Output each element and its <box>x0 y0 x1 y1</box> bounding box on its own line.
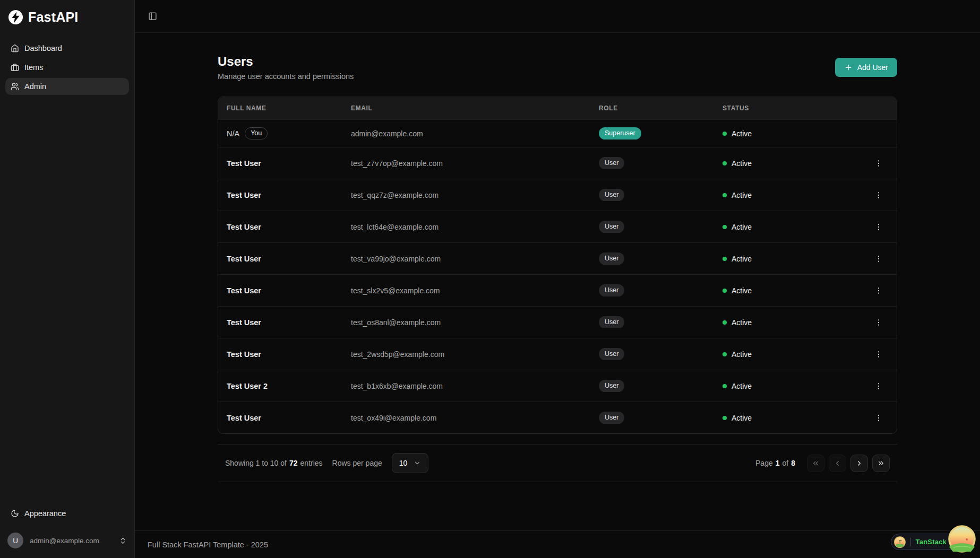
role-badge: User <box>599 412 624 424</box>
row-actions-button[interactable] <box>871 283 886 298</box>
divider <box>910 538 911 546</box>
status-dot <box>723 320 727 325</box>
table-row: Test User test_slx2v5@example.com User A… <box>218 274 897 306</box>
table-row: Test User 2 test_b1x6xb@example.com User… <box>218 370 897 402</box>
table-row: Test User test_va99jo@example.com User A… <box>218 242 897 274</box>
status-dot <box>723 132 727 136</box>
column-header-full-name: Full Name <box>218 104 351 112</box>
footer-text: Full Stack FastAPI Template - 2025 <box>148 540 268 549</box>
user-email-cell: test_qqz7z@example.com <box>351 191 439 199</box>
avatar: U <box>7 533 23 548</box>
row-actions-button[interactable] <box>871 251 886 266</box>
role-badge: User <box>599 189 624 201</box>
page-title: Users <box>218 54 354 69</box>
row-actions-button[interactable] <box>871 156 886 171</box>
plus-icon <box>844 63 853 72</box>
role-badge: Superuser <box>599 127 641 140</box>
column-header-role: Role <box>599 104 723 112</box>
status-cell: Active <box>723 159 855 168</box>
column-header-status: Status <box>723 104 855 112</box>
row-actions-button[interactable] <box>871 379 886 394</box>
user-name: Test User <box>227 255 261 263</box>
page-subtitle: Manage user accounts and permissions <box>218 72 354 81</box>
user-name: Test User 2 <box>227 382 268 390</box>
ellipsis-vertical-icon <box>874 318 883 327</box>
add-user-button[interactable]: Add User <box>835 58 897 77</box>
row-actions-button[interactable] <box>871 411 886 425</box>
status-dot <box>723 193 727 197</box>
tanstack-small-logo-icon <box>894 536 906 548</box>
user-email-cell: test_os8anl@example.com <box>351 318 441 327</box>
sidebar-item-label: Dashboard <box>24 44 62 53</box>
app-logo[interactable]: FastAPI <box>5 8 129 25</box>
chevron-left-icon <box>833 459 841 467</box>
ellipsis-vertical-icon <box>874 286 883 295</box>
table-header-row: Full Name Email Role Status <box>218 97 897 119</box>
status-cell: Active <box>723 129 855 138</box>
status-dot <box>723 416 727 420</box>
status-cell: Active <box>723 318 855 327</box>
rows-per-page-label: Rows per page <box>332 459 382 467</box>
row-actions-button[interactable] <box>871 347 886 362</box>
chevrons-right-icon <box>877 459 885 467</box>
status-dot <box>723 257 727 261</box>
chevron-right-icon <box>855 459 863 467</box>
previous-page-button[interactable] <box>829 455 846 472</box>
user-email-cell: test_va99jo@example.com <box>351 255 441 263</box>
showing-entries-text: Showing 1 to 10 of 72 entries <box>225 459 323 467</box>
panel-left-icon <box>148 12 157 21</box>
row-actions-button[interactable] <box>871 315 886 330</box>
tanstack-big-logo-icon[interactable] <box>948 525 976 553</box>
role-badge: User <box>599 221 624 233</box>
user-email: admin@example.com <box>30 537 113 545</box>
status-dot <box>723 225 727 229</box>
user-name: Test User <box>227 350 261 359</box>
table-row: Test User test_2wsd5p@example.com User A… <box>218 338 897 370</box>
row-actions-button[interactable] <box>871 188 886 203</box>
sidebar-item-label: Items <box>24 63 43 72</box>
status-cell: Active <box>723 191 855 199</box>
role-badge: User <box>599 284 624 297</box>
row-actions-button[interactable] <box>871 220 886 234</box>
you-badge: You <box>245 127 268 140</box>
chevrons-left-icon <box>812 459 820 467</box>
status-cell: Active <box>723 223 855 231</box>
users-table: Full Name Email Role Status N/A You admi… <box>218 97 897 434</box>
table-row: Test User test_z7v7op@example.com User A… <box>218 147 897 179</box>
user-email-cell: test_slx2v5@example.com <box>351 286 440 295</box>
sidebar-toggle-button[interactable] <box>144 8 160 24</box>
first-page-button[interactable] <box>807 455 824 472</box>
user-name: Test User <box>227 223 261 231</box>
users-icon <box>11 82 19 91</box>
status-cell: Active <box>723 350 855 359</box>
sidebar: FastAPI Dashboard Items Admin Appea <box>0 0 135 558</box>
table-row: Test User test_qqz7z@example.com User Ac… <box>218 179 897 211</box>
table-row: Test User test_os8anl@example.com User A… <box>218 306 897 338</box>
last-page-button[interactable] <box>872 455 890 472</box>
sidebar-item-admin[interactable]: Admin <box>5 78 129 95</box>
rows-per-page-select[interactable]: 10 <box>392 453 429 473</box>
sidebar-item-dashboard[interactable]: Dashboard <box>5 40 129 57</box>
page-indicator: Page 1 of 8 <box>755 459 795 467</box>
user-name: Test User <box>227 414 261 422</box>
table-row: Test User test_ox49i@example.com User Ac… <box>218 402 897 433</box>
tanstack-devtools-badge[interactable]: TanStack <box>896 524 976 554</box>
status-cell: Active <box>723 382 855 390</box>
chevron-down-icon <box>414 459 421 467</box>
ellipsis-vertical-icon <box>874 414 883 422</box>
next-page-button[interactable] <box>850 455 868 472</box>
user-email-cell: test_b1x6xb@example.com <box>351 382 443 390</box>
status-cell: Active <box>723 414 855 422</box>
moon-icon <box>11 509 19 518</box>
user-name: N/A <box>227 129 239 138</box>
ellipsis-vertical-icon <box>874 223 883 231</box>
sidebar-item-items[interactable]: Items <box>5 59 129 76</box>
appearance-toggle[interactable]: Appearance <box>5 505 129 522</box>
status-dot <box>723 289 727 293</box>
column-header-email: Email <box>351 104 599 112</box>
user-email-cell: test_ox49i@example.com <box>351 414 436 422</box>
user-menu[interactable]: U admin@example.com <box>5 529 129 552</box>
user-name: Test User <box>227 318 261 327</box>
ellipsis-vertical-icon <box>874 255 883 263</box>
house-icon <box>11 44 19 53</box>
